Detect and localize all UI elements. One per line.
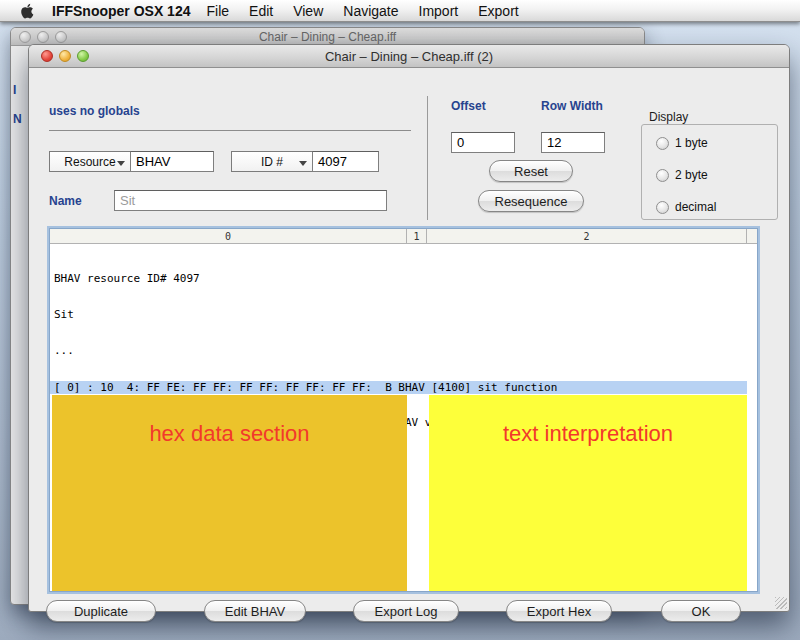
desktop: Chair – Dining – Cheap.iff I N IFFSnoope…: [0, 0, 800, 640]
text-interpretation-section[interactable]: text interpretation: [429, 395, 747, 591]
clipped-label: I: [13, 83, 16, 97]
apple-menu-icon[interactable]: [18, 3, 36, 19]
resource-id-button[interactable]: ID #: [231, 151, 313, 172]
display-group-label: Display: [649, 110, 688, 124]
window-content: uses no globals Resource BHAV ID # 4097 …: [29, 68, 789, 611]
globals-note: uses no globals: [49, 104, 140, 118]
radio-2-byte-label: 2 byte: [675, 168, 708, 182]
menu-app-name[interactable]: IFFSnooper OSX 124: [46, 3, 196, 19]
resequence-button[interactable]: Resequence: [478, 190, 584, 212]
display-group: 1 byte 2 byte decimal: [641, 124, 778, 220]
export-hex-button[interactable]: Export Hex: [506, 600, 612, 622]
hex-view-column-header: 0 1 2: [50, 229, 757, 244]
resource-id-label: ID #: [261, 155, 283, 169]
hex-data-section[interactable]: hex data section: [52, 395, 407, 591]
hex-view[interactable]: 0 1 2 BHAV resource ID# 4097 Sit ... BHA…: [49, 228, 758, 592]
column-header-2: 2: [427, 229, 747, 244]
column-header-0: 0: [50, 229, 407, 244]
name-label: Name: [49, 194, 82, 208]
row-width-field[interactable]: 12: [541, 132, 605, 153]
radio-1-byte-label: 1 byte: [675, 136, 708, 150]
radio-decimal[interactable]: decimal: [656, 200, 716, 214]
menu-view[interactable]: View: [283, 3, 333, 19]
reset-button[interactable]: Reset: [489, 160, 573, 182]
edit-bhav-button[interactable]: Edit BHAV: [204, 600, 306, 622]
hex-line[interactable]: ...: [54, 345, 504, 357]
name-field[interactable]: Sit: [114, 190, 387, 211]
column-header-1: 1: [407, 229, 427, 244]
popup-arrow-icon: [299, 161, 307, 166]
menu-navigate[interactable]: Navigate: [333, 3, 408, 19]
duplicate-button[interactable]: Duplicate: [46, 600, 156, 622]
offset-label: Offset: [451, 99, 486, 113]
radio-1-byte[interactable]: 1 byte: [656, 136, 708, 150]
radio-icon[interactable]: [656, 137, 669, 150]
popup-arrow-icon: [117, 161, 125, 166]
horizontal-separator: [49, 130, 411, 131]
menu-import[interactable]: Import: [409, 3, 469, 19]
ok-button[interactable]: OK: [661, 600, 741, 622]
row-width-label: Row Width: [541, 99, 603, 113]
menu-file[interactable]: File: [196, 3, 239, 19]
selected-hex-row[interactable]: [ 0] : 10 4: FF FE: FF FF: FF FF: FF FF:…: [50, 381, 752, 394]
resource-id-field[interactable]: 4097: [312, 151, 379, 172]
resource-type-button[interactable]: Resource: [49, 151, 131, 172]
menu-export[interactable]: Export: [468, 3, 528, 19]
clipped-label: N: [13, 112, 22, 126]
menu-edit[interactable]: Edit: [239, 3, 283, 19]
window-title: Chair – Dining – Cheap.iff (2): [29, 49, 789, 64]
main-window: Chair – Dining – Cheap.iff (2) uses no g…: [28, 44, 790, 612]
background-window-title: Chair – Dining – Cheap.iff: [11, 30, 644, 44]
hex-data-section-label: hex data section: [52, 395, 407, 447]
menubar: IFFSnooper OSX 124 File Edit View Naviga…: [0, 0, 800, 22]
resource-type-field[interactable]: BHAV: [130, 151, 214, 172]
radio-icon[interactable]: [656, 169, 669, 182]
resize-grip-icon[interactable]: [775, 597, 787, 609]
offset-field[interactable]: 0: [451, 132, 515, 153]
hex-line[interactable]: Sit: [54, 309, 504, 321]
radio-icon[interactable]: [656, 201, 669, 214]
hex-line[interactable]: BHAV resource ID# 4097: [54, 273, 504, 285]
scrollbar-track[interactable]: [747, 244, 758, 591]
vertical-separator: [427, 96, 428, 220]
text-interpretation-label: text interpretation: [429, 395, 747, 447]
column-header-corner: [747, 229, 758, 244]
radio-decimal-label: decimal: [675, 200, 716, 214]
window-titlebar[interactable]: Chair – Dining – Cheap.iff (2): [29, 45, 789, 68]
radio-2-byte[interactable]: 2 byte: [656, 168, 708, 182]
export-log-button[interactable]: Export Log: [353, 600, 459, 622]
resource-type-label: Resource: [64, 155, 115, 169]
